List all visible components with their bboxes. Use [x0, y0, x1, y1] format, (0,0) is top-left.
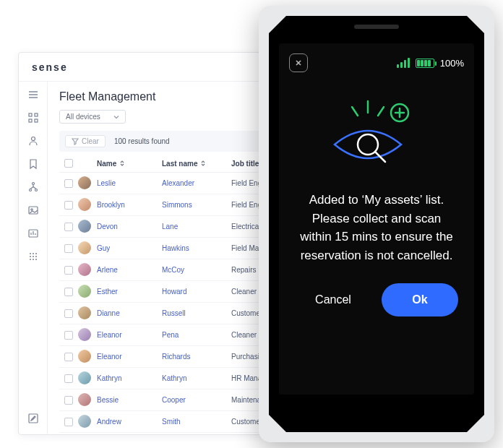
row-lastname: Lane	[162, 223, 231, 231]
row-checkbox[interactable]	[64, 179, 73, 188]
svg-point-25	[35, 259, 37, 260]
row-checkbox[interactable]	[64, 309, 73, 318]
svg-rect-6	[35, 119, 38, 122]
chart-icon[interactable]	[27, 228, 39, 239]
svg-point-21	[33, 256, 34, 257]
row-name: Andrew	[97, 418, 162, 426]
cancel-button[interactable]: Cancel	[295, 283, 371, 316]
row-lastname: Russell	[162, 309, 231, 317]
svg-line-28	[352, 107, 358, 116]
col-lastname-header[interactable]: Last name	[162, 160, 231, 168]
svg-point-23	[30, 259, 31, 260]
avatar	[78, 263, 91, 276]
avatar	[78, 393, 91, 406]
row-checkbox[interactable]	[64, 418, 73, 426]
devices-dropdown[interactable]: All devices	[59, 110, 126, 124]
device-bezel: 100%	[269, 16, 484, 432]
apps-icon[interactable]	[27, 251, 39, 262]
sort-icon	[119, 160, 125, 166]
edit-icon[interactable]	[27, 413, 39, 424]
row-lastname: Hawkins	[162, 244, 231, 252]
svg-point-8	[32, 183, 34, 185]
avatar	[78, 198, 91, 211]
avatar	[78, 241, 91, 254]
svg-point-9	[29, 189, 31, 191]
svg-point-7	[31, 137, 35, 141]
close-icon	[294, 59, 303, 67]
svg-point-24	[33, 259, 34, 260]
person-icon[interactable]	[27, 135, 39, 147]
menu-icon[interactable]	[27, 89, 39, 100]
col-name-header[interactable]: Name	[97, 160, 162, 168]
svg-rect-4	[35, 113, 38, 116]
tree-icon[interactable]	[27, 181, 39, 193]
svg-point-22	[35, 256, 37, 257]
row-checkbox[interactable]	[64, 223, 73, 231]
row-lastname: Howard	[162, 288, 231, 296]
row-lastname: Pena	[162, 331, 231, 339]
results-count: 100 results found	[114, 137, 170, 145]
status-right: 100%	[397, 58, 464, 69]
avatar	[78, 176, 91, 189]
row-checkbox[interactable]	[64, 266, 73, 275]
row-checkbox[interactable]	[64, 331, 73, 340]
image-icon[interactable]	[27, 204, 39, 216]
avatar	[78, 371, 91, 384]
row-lastname: Alexander	[162, 179, 231, 187]
svg-rect-3	[29, 113, 32, 116]
dropdown-label: All devices	[66, 113, 100, 121]
bookmark-icon[interactable]	[27, 158, 39, 170]
battery-icon	[416, 59, 434, 68]
svg-point-20	[30, 256, 31, 257]
row-lastname: Smith	[162, 418, 231, 426]
close-button[interactable]	[289, 53, 308, 72]
row-name: Leslie	[97, 179, 162, 187]
row-name: Devon	[97, 223, 162, 231]
row-lastname: McCoy	[162, 266, 231, 274]
svg-point-19	[35, 253, 37, 254]
row-checkbox[interactable]	[64, 201, 73, 210]
grid-icon[interactable]	[27, 112, 39, 124]
status-bar: 100%	[279, 43, 474, 79]
row-name: Arlene	[97, 266, 162, 274]
avatar	[78, 220, 91, 233]
clear-filters-button[interactable]: Clear	[65, 135, 106, 147]
avatar	[78, 350, 91, 363]
chevron-down-icon	[113, 114, 119, 120]
row-lastname: Kathryn	[162, 374, 231, 382]
button-row: Cancel Ok	[293, 283, 460, 331]
row-name: Brooklyn	[97, 201, 162, 209]
row-name: Eleanor	[97, 353, 162, 361]
row-name: Guy	[97, 244, 162, 252]
svg-line-29	[378, 107, 384, 116]
row-lastname: Cooper	[162, 396, 231, 404]
avatar	[78, 415, 91, 428]
row-name: Kathryn	[97, 374, 162, 382]
svg-point-12	[30, 209, 32, 210]
speaker-grille	[354, 25, 399, 29]
svg-rect-5	[29, 119, 32, 122]
select-all-checkbox[interactable]	[64, 159, 73, 168]
row-lastname: Simmons	[162, 201, 231, 209]
row-checkbox[interactable]	[64, 288, 73, 296]
row-lastname: Richards	[162, 353, 231, 361]
row-checkbox[interactable]	[64, 396, 73, 405]
row-name: Esther	[97, 288, 162, 296]
row-name: Eleanor	[97, 331, 162, 339]
row-checkbox[interactable]	[64, 353, 73, 361]
device-content: Added to ‘My assets’ list. Please collec…	[279, 79, 474, 395]
sort-icon	[200, 160, 206, 166]
modal-message: Added to ‘My assets’ list. Please collec…	[293, 191, 460, 264]
funnel-icon	[72, 138, 79, 145]
svg-point-17	[30, 253, 31, 254]
ok-button[interactable]: Ok	[382, 283, 458, 316]
clear-label: Clear	[82, 137, 99, 145]
row-checkbox[interactable]	[64, 244, 73, 253]
row-checkbox[interactable]	[64, 374, 73, 383]
row-name: Dianne	[97, 309, 162, 317]
reservation-illustration	[326, 97, 427, 176]
handheld-device: 100%	[259, 6, 494, 442]
avatar	[78, 306, 91, 319]
svg-point-18	[33, 253, 34, 254]
avatar	[78, 328, 91, 341]
